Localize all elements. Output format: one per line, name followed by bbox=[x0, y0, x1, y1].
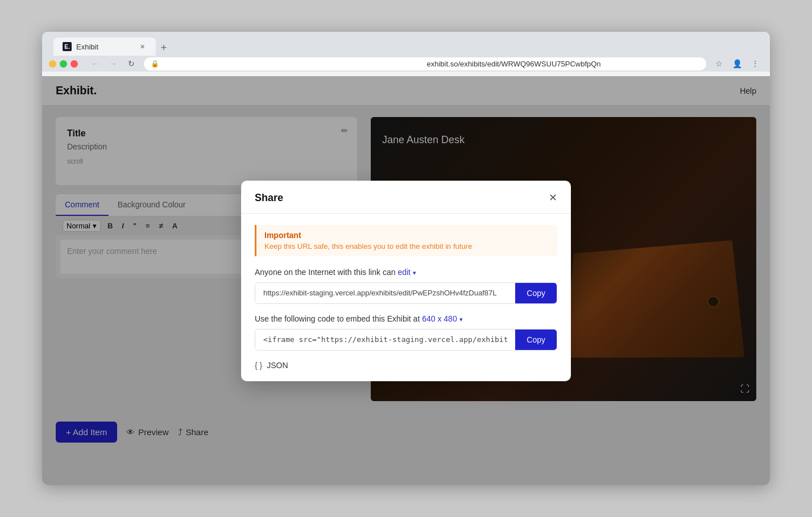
reload-button[interactable]: ↻ bbox=[123, 56, 139, 72]
important-text: Keep this URL safe, this enables you to … bbox=[264, 242, 549, 251]
close-window-button[interactable] bbox=[71, 60, 78, 68]
tab-close-button[interactable]: ✕ bbox=[138, 42, 147, 51]
embed-label: Use the following code to embed this Exh… bbox=[255, 314, 557, 323]
browser-tab-active[interactable]: E. Exhibit ✕ bbox=[53, 37, 156, 56]
back-button[interactable]: ← bbox=[87, 56, 103, 72]
copy-url-button[interactable]: Copy bbox=[515, 283, 557, 303]
modal-body: Important Keep this URL safe, this enabl… bbox=[241, 214, 571, 381]
window-buttons bbox=[49, 60, 78, 68]
embed-size-link[interactable]: 640 x 480 bbox=[422, 314, 457, 323]
browser-actions: ☆ 👤 ⋮ bbox=[711, 56, 763, 72]
important-notice: Important Keep this URL safe, this enabl… bbox=[255, 225, 557, 256]
menu-button[interactable]: ⋮ bbox=[747, 56, 763, 72]
address-bar[interactable]: 🔒 exhibit.so/exhibits/edit/WRWQ96WSUU75P… bbox=[144, 57, 706, 70]
url-copy-row: Copy bbox=[255, 282, 557, 304]
new-tab-button[interactable]: + bbox=[156, 40, 172, 56]
url-text: exhibit.so/exhibits/edit/WRWQ96WSUU75PCw… bbox=[427, 60, 700, 68]
iframe-copy-row: Copy bbox=[255, 329, 557, 351]
page-content: Exhibit. Help Title Description scroll ✏… bbox=[42, 76, 770, 485]
edit-permission-link[interactable]: edit bbox=[397, 268, 411, 277]
browser-chrome: E. Exhibit ✕ + ← → ↻ 🔒 exhibit.so/exhibi… bbox=[42, 32, 770, 72]
browser-controls: ← → ↻ 🔒 exhibit.so/exhibits/edit/WRWQ96W… bbox=[49, 56, 763, 72]
json-icon: { } bbox=[255, 361, 262, 370]
lock-icon: 🔒 bbox=[151, 60, 424, 68]
tab-favicon: E. bbox=[63, 42, 72, 51]
modal-close-button[interactable]: ✕ bbox=[549, 193, 557, 203]
nav-buttons: ← → ↻ bbox=[87, 56, 139, 72]
maximize-button[interactable] bbox=[60, 60, 67, 68]
size-dropdown-arrow[interactable]: ▾ bbox=[459, 316, 463, 323]
tab-title: Exhibit bbox=[76, 43, 98, 51]
modal-overlay[interactable]: Share ✕ Important Keep this URL safe, th… bbox=[42, 76, 770, 485]
json-row[interactable]: { } JSON bbox=[255, 361, 557, 370]
modal-title: Share bbox=[255, 192, 283, 204]
anyone-text: Anyone on the Internet with this link ca… bbox=[255, 268, 395, 277]
embed-label-text: Use the following code to embed this Exh… bbox=[255, 314, 420, 323]
star-button[interactable]: ☆ bbox=[711, 56, 727, 72]
share-url-input[interactable] bbox=[255, 283, 515, 303]
profile-button[interactable]: 👤 bbox=[729, 56, 745, 72]
minimize-button[interactable] bbox=[49, 60, 56, 68]
forward-button[interactable]: → bbox=[105, 56, 121, 72]
important-title: Important bbox=[264, 231, 549, 240]
browser-window: E. Exhibit ✕ + ← → ↻ 🔒 exhibit.so/exhibi… bbox=[42, 32, 770, 485]
permission-dropdown-arrow[interactable]: ▾ bbox=[413, 269, 416, 276]
json-label: JSON bbox=[267, 361, 288, 370]
modal-header: Share ✕ bbox=[241, 181, 571, 214]
share-permission-label: Anyone on the Internet with this link ca… bbox=[255, 268, 557, 277]
share-modal: Share ✕ Important Keep this URL safe, th… bbox=[241, 181, 571, 381]
embed-code-input[interactable] bbox=[255, 330, 515, 350]
copy-embed-button[interactable]: Copy bbox=[515, 330, 557, 350]
tab-bar: E. Exhibit ✕ + bbox=[49, 37, 763, 56]
